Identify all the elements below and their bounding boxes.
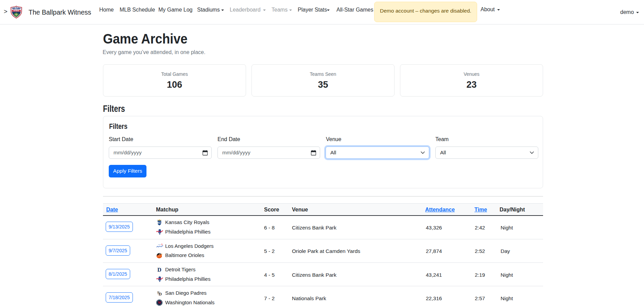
svg-text:D: D [157,267,161,273]
svg-text:KC: KC [157,221,162,224]
svg-text:BALLPARK: BALLPARK [13,8,20,10]
svg-text:W: W [158,301,161,305]
svg-text:D: D [159,291,162,296]
svg-text:WITNESS: WITNESS [14,10,19,12]
